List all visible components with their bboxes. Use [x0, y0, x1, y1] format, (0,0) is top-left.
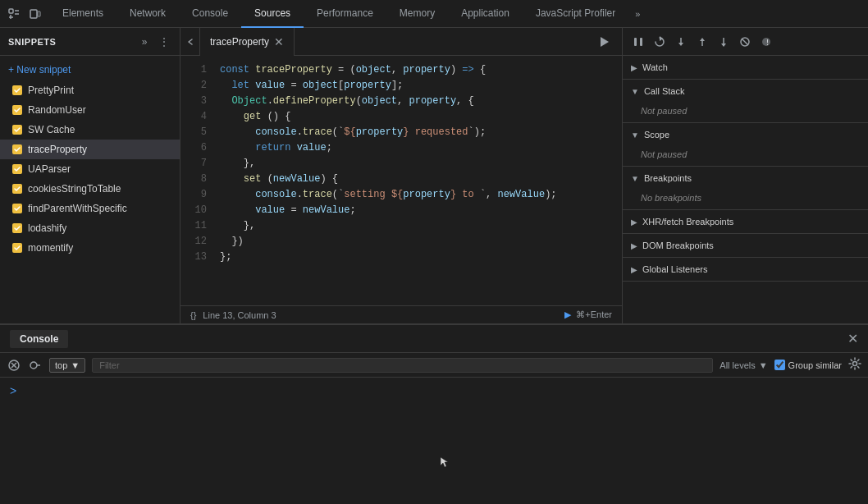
- breakpoints-header[interactable]: ▼ Breakpoints: [623, 167, 868, 190]
- log-levels-button[interactable]: All levels ▼: [720, 360, 767, 370]
- editor-area: traceProperty ✕ 1234567 8910111213 const…: [180, 28, 622, 323]
- svg-marker-17: [678, 43, 683, 46]
- svg-rect-1: [30, 10, 37, 18]
- snippet-lodashify[interactable]: lodashify: [0, 218, 180, 238]
- snippet-randomuser[interactable]: RandomUser: [0, 100, 180, 120]
- code-editor[interactable]: 1234567 8910111213 const traceProperty =…: [180, 56, 622, 305]
- snippet-momentify[interactable]: momentify: [0, 238, 180, 258]
- console-filter-input[interactable]: [92, 358, 713, 373]
- callstack-header[interactable]: ▼ Call Stack: [623, 80, 868, 103]
- xhr-label: XHR/fetch Breakpoints: [642, 217, 733, 227]
- svg-rect-14: [640, 38, 642, 46]
- scope-label: Scope: [644, 130, 669, 140]
- tab-application[interactable]: Application: [448, 0, 523, 28]
- tab-memory[interactable]: Memory: [386, 0, 448, 28]
- snippet-uaparser[interactable]: UAParser: [0, 159, 180, 179]
- chevron-down-icon: ▼: [71, 360, 80, 370]
- snippet-findparent[interactable]: findParentWithSpecific: [0, 199, 180, 218]
- tab-js-profiler[interactable]: JavaScript Profiler: [523, 0, 628, 28]
- code-content[interactable]: const traceProperty = (object, property)…: [213, 56, 622, 305]
- console-toolbar: top ▼ All levels ▼ Group similar: [0, 353, 868, 378]
- tab-console[interactable]: Console: [179, 0, 241, 28]
- console-prompt-symbol: >: [10, 384, 16, 397]
- svg-text:!: !: [765, 39, 770, 46]
- pause-on-exceptions-button[interactable]: !: [759, 34, 774, 49]
- console-prompt-line: >: [10, 384, 858, 397]
- callstack-section: ▼ Call Stack Not paused: [623, 80, 868, 123]
- console-title[interactable]: Console: [10, 330, 68, 348]
- devtools-icons: [0, 7, 49, 21]
- snippets-sidebar: Snippets » ⋮ + New snippet PrettyPrint R…: [0, 28, 180, 323]
- breakpoints-label: Breakpoints: [644, 173, 692, 183]
- pause-button[interactable]: [631, 34, 646, 49]
- breakpoints-content: No breakpoints: [623, 190, 868, 209]
- global-label: Global Listeners: [642, 264, 708, 274]
- group-similar-check[interactable]: [774, 360, 785, 370]
- svg-marker-19: [700, 38, 705, 41]
- watch-label: Watch: [642, 62, 668, 72]
- step-into-button[interactable]: [674, 34, 688, 49]
- tab-performance[interactable]: Performance: [304, 0, 386, 28]
- sidebar-header: Snippets » ⋮: [0, 28, 180, 56]
- run-shortcut: ▶ ⌘+Enter: [564, 309, 612, 320]
- breakpoints-section: ▼ Breakpoints No breakpoints: [623, 167, 868, 210]
- svg-rect-0: [9, 9, 13, 13]
- tab-sources[interactable]: Sources: [241, 0, 304, 28]
- watch-arrow: ▶: [631, 63, 637, 72]
- clear-console-button[interactable]: [7, 358, 21, 373]
- console-content[interactable]: >: [0, 378, 868, 504]
- more-tabs-button[interactable]: »: [628, 9, 646, 19]
- dom-breakpoints-header[interactable]: ▶ DOM Breakpoints: [623, 234, 868, 257]
- tab-network[interactable]: Network: [116, 0, 179, 28]
- svg-point-31: [853, 362, 857, 366]
- run-shortcut-key: ⌘+Enter: [576, 309, 612, 320]
- global-listeners-header[interactable]: ▶ Global Listeners: [623, 258, 868, 281]
- svg-line-23: [742, 39, 748, 45]
- callstack-content: Not paused: [623, 103, 868, 122]
- right-panel: ! ▶ Watch ▼ Call Stack Not paused: [622, 28, 868, 323]
- sidebar-header-icons: » ⋮: [137, 34, 171, 49]
- toggle-sidebar-button[interactable]: [28, 358, 43, 373]
- run-button[interactable]: [596, 34, 612, 50]
- snippet-swcache[interactable]: SW Cache: [0, 120, 180, 140]
- snippet-traceproperty[interactable]: traceProperty: [0, 140, 180, 159]
- new-snippet-button[interactable]: + New snippet: [0, 59, 180, 80]
- group-similar-checkbox[interactable]: Group similar: [774, 360, 842, 370]
- step-button[interactable]: [716, 34, 731, 49]
- watch-header[interactable]: ▶ Watch: [623, 56, 868, 79]
- line-numbers: 1234567 8910111213: [180, 56, 213, 305]
- deactivate-breakpoints-button[interactable]: [738, 34, 752, 49]
- tab-elements[interactable]: Elements: [49, 0, 116, 28]
- console-close-button[interactable]: ✕: [847, 331, 858, 346]
- inspect-icon[interactable]: [7, 7, 21, 21]
- editor-tab-traceproperty[interactable]: traceProperty ✕: [200, 28, 295, 56]
- sidebar-title: Snippets: [8, 37, 137, 47]
- step-out-button[interactable]: [695, 34, 710, 49]
- tab-close-button[interactable]: ✕: [274, 35, 284, 48]
- status-bar-right: ▶ ⌘+Enter: [564, 309, 612, 320]
- callstack-label: Call Stack: [644, 86, 685, 96]
- more-icon[interactable]: »: [137, 34, 152, 49]
- scope-header[interactable]: ▼ Scope: [623, 123, 868, 146]
- editor-nav-back[interactable]: [180, 28, 200, 56]
- brackets-icon: {}: [190, 310, 196, 320]
- debugger-toolbar: !: [623, 28, 868, 56]
- xhr-breakpoints-header[interactable]: ▶ XHR/fetch Breakpoints: [623, 210, 868, 233]
- dom-arrow: ▶: [631, 241, 637, 250]
- step-over-button[interactable]: [652, 34, 667, 49]
- main-area: Snippets » ⋮ + New snippet PrettyPrint R…: [0, 28, 868, 323]
- snippet-prettyprint[interactable]: PrettyPrint: [0, 80, 180, 100]
- svg-marker-15: [660, 36, 663, 41]
- svg-point-29: [30, 362, 37, 369]
- cursor-position: Line 13, Column 3: [203, 310, 276, 320]
- device-icon[interactable]: [28, 7, 43, 21]
- mouse-cursor: [439, 456, 445, 465]
- scope-arrow: ▼: [631, 131, 639, 140]
- console-context-selector[interactable]: top ▼: [49, 358, 85, 373]
- console-settings-button[interactable]: [848, 357, 861, 373]
- status-bar: {} Line 13, Column 3 ▶ ⌘+Enter: [180, 305, 622, 323]
- sidebar-menu-icon[interactable]: ⋮: [157, 34, 171, 49]
- xhr-breakpoints-section: ▶ XHR/fetch Breakpoints: [623, 210, 868, 234]
- svg-rect-2: [38, 11, 40, 16]
- snippet-cookiesstringtotable[interactable]: cookiesStringToTable: [0, 179, 180, 199]
